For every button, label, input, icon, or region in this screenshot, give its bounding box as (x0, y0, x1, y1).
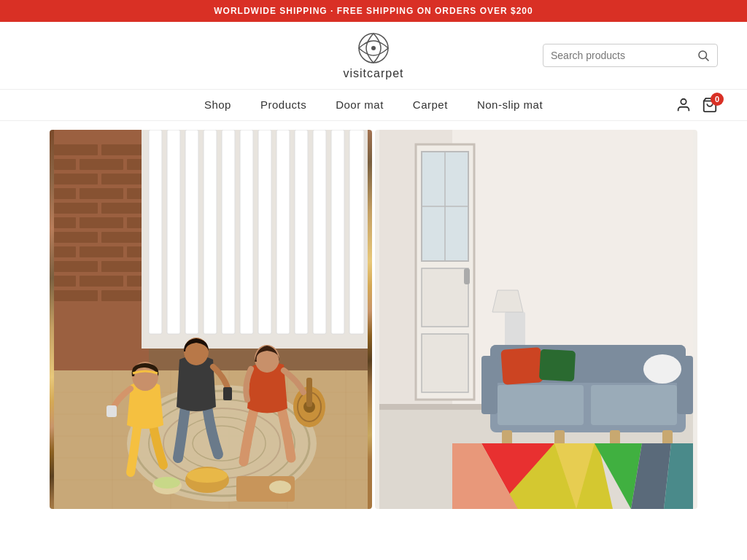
svg-rect-38 (185, 130, 198, 334)
svg-rect-9 (101, 144, 145, 155)
nav-link-door-mat[interactable]: Door mat (336, 98, 384, 111)
svg-rect-30 (54, 276, 76, 287)
svg-rect-40 (222, 130, 235, 334)
nav-link-carpet[interactable]: Carpet (413, 98, 448, 111)
account-icon (676, 97, 692, 113)
svg-rect-42 (258, 130, 271, 334)
logo-text[interactable]: visitcarpet (343, 67, 403, 80)
svg-rect-23 (54, 232, 98, 243)
account-button[interactable] (676, 97, 692, 113)
main-content (0, 130, 747, 509)
header: visitcarpet (0, 22, 747, 90)
svg-point-1 (371, 46, 376, 50)
svg-rect-65 (107, 405, 117, 417)
svg-rect-13 (54, 174, 98, 184)
svg-point-78 (154, 477, 180, 489)
nav-item-shop[interactable]: Shop (204, 98, 231, 112)
logo-area[interactable]: visitcarpet (204, 31, 543, 80)
nav-link-shop[interactable]: Shop (204, 98, 231, 111)
svg-rect-98 (591, 385, 677, 425)
left-scene-svg (50, 130, 372, 509)
right-scene-svg (375, 130, 697, 509)
svg-rect-25 (54, 246, 76, 257)
search-area (543, 44, 718, 67)
svg-rect-47 (349, 130, 364, 334)
nav-link-non-slip-mat[interactable]: Non-slip mat (477, 98, 543, 111)
svg-rect-11 (80, 159, 123, 170)
svg-rect-33 (54, 290, 98, 301)
svg-rect-102 (539, 349, 576, 381)
svg-point-79 (269, 481, 291, 494)
svg-rect-34 (101, 290, 145, 301)
svg-rect-8 (54, 144, 98, 155)
svg-rect-18 (54, 203, 98, 214)
svg-rect-97 (498, 385, 584, 425)
svg-rect-88 (422, 268, 468, 327)
svg-rect-46 (331, 130, 344, 334)
svg-rect-15 (54, 188, 76, 199)
svg-rect-21 (80, 217, 123, 228)
svg-rect-92 (505, 312, 525, 350)
svg-rect-16 (80, 188, 123, 199)
svg-rect-14 (101, 174, 145, 184)
svg-point-2 (699, 51, 707, 59)
announcement-bar: WORLDWIDE SHIPPING · FREE SHIPPING ON OR… (0, 0, 747, 22)
nav-item-carpet[interactable]: Carpet (413, 98, 448, 112)
svg-rect-101 (500, 347, 543, 385)
svg-rect-26 (80, 246, 123, 257)
search-icon (697, 49, 710, 62)
nav-item-non-slip-mat[interactable]: Non-slip mat (477, 98, 543, 112)
svg-rect-72 (306, 378, 312, 407)
svg-rect-28 (54, 261, 98, 272)
left-image-panel (50, 130, 372, 509)
svg-line-3 (705, 58, 708, 61)
svg-rect-37 (167, 130, 180, 334)
nav-link-products[interactable]: Products (260, 98, 306, 111)
svg-point-4 (681, 99, 686, 104)
svg-point-75 (187, 468, 228, 483)
svg-rect-24 (101, 232, 145, 243)
svg-rect-44 (295, 130, 308, 334)
svg-rect-67 (223, 387, 232, 400)
cart-badge: 0 (711, 93, 724, 106)
svg-rect-90 (464, 268, 470, 284)
svg-rect-36 (149, 130, 162, 334)
logo-icon (356, 31, 391, 66)
svg-marker-93 (492, 290, 523, 312)
cart-button[interactable]: 0 (702, 97, 718, 113)
nav: Shop Products Door mat Carpet Non-slip m… (0, 90, 747, 121)
search-input[interactable] (551, 50, 697, 61)
svg-rect-89 (422, 334, 468, 392)
search-button[interactable] (697, 49, 710, 62)
nav-item-door-mat[interactable]: Door mat (336, 98, 384, 112)
svg-rect-45 (313, 130, 326, 334)
svg-rect-20 (54, 217, 76, 228)
nav-item-products[interactable]: Products (260, 98, 306, 112)
svg-rect-10 (54, 159, 76, 170)
svg-rect-43 (276, 130, 290, 334)
svg-point-103 (643, 354, 681, 384)
svg-rect-41 (240, 130, 253, 334)
right-image-panel (375, 130, 697, 509)
svg-rect-99 (481, 356, 498, 414)
announcement-text: WORLDWIDE SHIPPING · FREE SHIPPING ON OR… (214, 6, 533, 16)
nav-icons: 0 (676, 97, 718, 113)
svg-rect-39 (204, 130, 217, 334)
svg-rect-31 (80, 276, 123, 287)
svg-rect-29 (101, 261, 145, 272)
svg-rect-19 (101, 203, 145, 214)
nav-links: Shop Products Door mat Carpet Non-slip m… (204, 98, 543, 112)
